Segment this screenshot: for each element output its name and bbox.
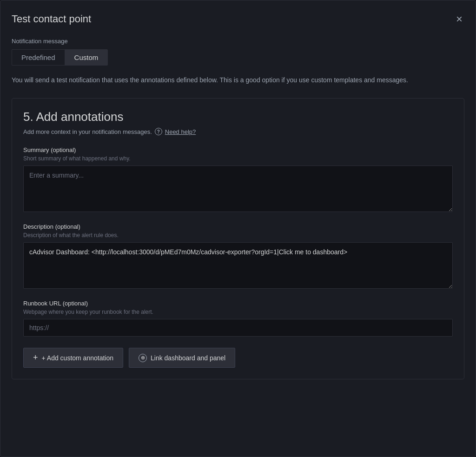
- summary-label: Summary (optional): [23, 146, 453, 153]
- modal-container: Test contact point × Notification messag…: [0, 0, 476, 457]
- annotations-subtitle: Add more context in your notification me…: [23, 128, 453, 135]
- close-icon: ×: [456, 13, 463, 25]
- notification-message-label: Notification message: [12, 38, 464, 45]
- runbook-label: Runbook URL (optional): [23, 300, 453, 307]
- modal-title: Test contact point: [12, 13, 91, 25]
- runbook-input[interactable]: [23, 319, 453, 337]
- modal-header: Test contact point ×: [12, 12, 464, 26]
- link-dashboard-button[interactable]: ⊕ Link dashboard and panel: [129, 348, 235, 368]
- annotations-card: 5. Add annotations Add more context in y…: [12, 98, 464, 379]
- description-label: Description (optional): [23, 223, 453, 230]
- link-dashboard-icon: ⊕: [139, 354, 147, 362]
- annotations-subtitle-text: Add more context in your notification me…: [23, 128, 152, 135]
- tab-predefined[interactable]: Predefined: [12, 49, 65, 66]
- help-link[interactable]: Need help?: [165, 128, 196, 135]
- runbook-field-group: Runbook URL (optional) Webpage where you…: [23, 300, 453, 337]
- action-buttons: + + Add custom annotation ⊕ Link dashboa…: [23, 348, 453, 368]
- close-button[interactable]: ×: [454, 12, 464, 26]
- notification-message-section: Notification message Predefined Custom: [12, 38, 464, 66]
- plus-icon: +: [33, 353, 38, 363]
- tab-custom[interactable]: Custom: [65, 49, 108, 66]
- add-annotation-label: + Add custom annotation: [42, 354, 114, 362]
- description-field-group: Description (optional) Description of wh…: [23, 223, 453, 291]
- runbook-hint: Webpage where you keep your runbook for …: [23, 309, 453, 315]
- summary-field-group: Summary (optional) Short summary of what…: [23, 146, 453, 214]
- annotations-title: 5. Add annotations: [23, 110, 453, 124]
- add-annotation-button[interactable]: + + Add custom annotation: [23, 348, 123, 368]
- description-textarea[interactable]: [23, 242, 453, 289]
- description-hint: Description of what the alert rule does.: [23, 232, 453, 238]
- tab-group: Predefined Custom: [12, 49, 464, 66]
- link-dashboard-label: Link dashboard and panel: [151, 354, 225, 362]
- help-icon: ?: [155, 128, 162, 135]
- summary-hint: Short summary of what happened and why.: [23, 155, 453, 162]
- info-text: You will send a test notification that u…: [12, 75, 464, 85]
- summary-textarea[interactable]: [23, 166, 453, 212]
